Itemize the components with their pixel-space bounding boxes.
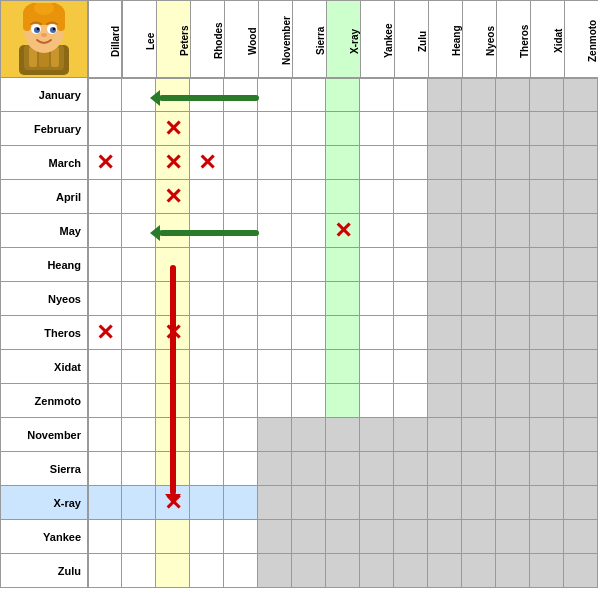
cell-theros-xidat xyxy=(530,316,564,350)
cell-xray-zenmoto xyxy=(564,486,598,520)
cell-theros-rhodes xyxy=(190,316,224,350)
cell-xidat-xray xyxy=(326,350,360,384)
cell-zen-november xyxy=(258,384,292,418)
cell-mar-november xyxy=(258,146,292,180)
cell-zen-dillard xyxy=(88,384,122,418)
cell-feb-theros xyxy=(496,112,530,146)
cell-xidat-heang xyxy=(428,350,462,384)
cell-yank-heang xyxy=(428,520,462,554)
row-header-sierra: Sierra xyxy=(0,452,88,486)
cell-may-rhodes xyxy=(190,214,224,248)
cell-apr-zulu xyxy=(394,180,428,214)
cell-feb-xray xyxy=(326,112,360,146)
cell-yank-lee xyxy=(122,520,156,554)
cell-yank-yankee xyxy=(360,520,394,554)
cell-yank-sierra xyxy=(292,520,326,554)
cell-zen-wood xyxy=(224,384,258,418)
cell-xidat-dillard xyxy=(88,350,122,384)
cell-apr-heang xyxy=(428,180,462,214)
cell-yank-zenmoto xyxy=(564,520,598,554)
cell-zulu-peters xyxy=(156,554,190,588)
cell-heang-wood xyxy=(224,248,258,282)
row-header-xray: X-ray xyxy=(0,486,88,520)
row-xray: ✕ xyxy=(88,486,598,520)
cell-mar-heang xyxy=(428,146,462,180)
cell-apr-lee xyxy=(122,180,156,214)
cell-heang-xray xyxy=(326,248,360,282)
cell-mar-wood xyxy=(224,146,258,180)
cell-xidat-wood xyxy=(224,350,258,384)
cell-xray-nyeos xyxy=(462,486,496,520)
cell-heang-rhodes xyxy=(190,248,224,282)
cell-jan-rhodes xyxy=(190,78,224,112)
cell-heang-yankee xyxy=(360,248,394,282)
cell-zen-lee xyxy=(122,384,156,418)
cell-zen-xray xyxy=(326,384,360,418)
cell-feb-xidat xyxy=(530,112,564,146)
cell-nyeos-peters xyxy=(156,282,190,316)
col-header-zenmoto: Zenmoto xyxy=(564,0,598,78)
cell-theros-xray xyxy=(326,316,360,350)
cell-apr-yankee xyxy=(360,180,394,214)
col-header-peters: Peters xyxy=(156,0,190,78)
cell-feb-yankee xyxy=(360,112,394,146)
cell-feb-wood xyxy=(224,112,258,146)
cell-xray-rhodes xyxy=(190,486,224,520)
svg-rect-11 xyxy=(40,3,48,13)
grid-body: ✕ ✕ ✕ ✕ xyxy=(88,78,598,588)
row-yankee xyxy=(88,520,598,554)
cell-apr-rhodes xyxy=(190,180,224,214)
row-header-zulu: Zulu xyxy=(0,554,88,588)
svg-point-18 xyxy=(41,33,47,37)
cell-xidat-zulu xyxy=(394,350,428,384)
cell-mar-sierra xyxy=(292,146,326,180)
svg-rect-8 xyxy=(23,11,31,31)
cell-mar-zenmoto xyxy=(564,146,598,180)
row-header-march: March xyxy=(0,146,88,180)
cell-xray-heang xyxy=(428,486,462,520)
row-nyeos xyxy=(88,282,598,316)
cell-xray-xray xyxy=(326,486,360,520)
x-mark-feb-peters: ✕ xyxy=(164,118,182,140)
cell-apr-xidat xyxy=(530,180,564,214)
row-march: ✕ ✕ ✕ xyxy=(88,146,598,180)
cell-heang-zenmoto xyxy=(564,248,598,282)
cell-theros-theros xyxy=(496,316,530,350)
cell-jan-zenmoto xyxy=(564,78,598,112)
cell-zulu-yankee xyxy=(360,554,394,588)
cell-nyeos-heang xyxy=(428,282,462,316)
cell-xidat-yankee xyxy=(360,350,394,384)
cell-sier-sierra xyxy=(292,452,326,486)
cell-jan-xidat xyxy=(530,78,564,112)
cell-xidat-nyeos xyxy=(462,350,496,384)
cell-sier-nyeos xyxy=(462,452,496,486)
row-header-yankee: Yankee xyxy=(0,520,88,554)
cell-nyeos-wood xyxy=(224,282,258,316)
corner-avatar xyxy=(0,0,88,78)
cell-apr-zenmoto xyxy=(564,180,598,214)
cell-xidat-theros xyxy=(496,350,530,384)
cell-jan-yankee xyxy=(360,78,394,112)
cell-zulu-xray xyxy=(326,554,360,588)
cell-yank-november xyxy=(258,520,292,554)
row-zulu xyxy=(88,554,598,588)
x-mark-apr-peters: ✕ xyxy=(164,186,182,208)
row-heang xyxy=(88,248,598,282)
row-january xyxy=(88,78,598,112)
cell-nyeos-xidat xyxy=(530,282,564,316)
cell-mar-zulu xyxy=(394,146,428,180)
cell-mar-xidat xyxy=(530,146,564,180)
svg-rect-9 xyxy=(57,11,65,31)
col-header-xidat: Xidat xyxy=(530,0,564,78)
cell-zen-rhodes xyxy=(190,384,224,418)
col-header-yankee: Yankee xyxy=(360,0,394,78)
cell-xray-peters: ✕ xyxy=(156,486,190,520)
row-header-theros: Theros xyxy=(0,316,88,350)
cell-nyeos-yankee xyxy=(360,282,394,316)
cell-mar-lee xyxy=(122,146,156,180)
cell-heang-sierra xyxy=(292,248,326,282)
row-header-nyeos: Nyeos xyxy=(0,282,88,316)
cell-zulu-xidat xyxy=(530,554,564,588)
cell-theros-yankee xyxy=(360,316,394,350)
row-header-heang: Heang xyxy=(0,248,88,282)
